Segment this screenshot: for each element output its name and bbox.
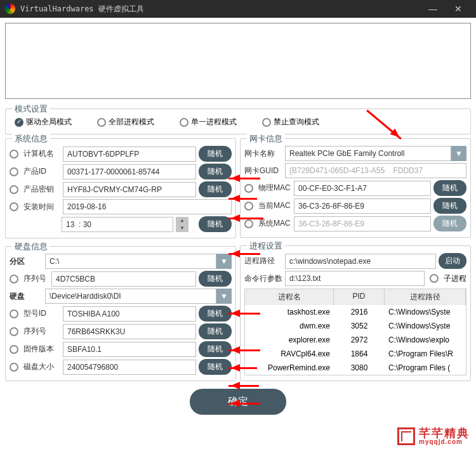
log-textarea[interactable]: [5, 23, 471, 99]
disk-info-group: 硬盘信息 分区▼ 序列号随机 硬盘▼ 型号ID随机 序列号随机 固件版本随机 磁…: [5, 246, 236, 381]
table-row[interactable]: RAVCpl64.exe1864C:\Program Files\R: [245, 347, 466, 361]
nic-guid-label: 网卡GUID: [244, 166, 282, 176]
radio-checked-icon: [15, 118, 23, 127]
radio-icon[interactable]: [10, 275, 18, 283]
disk-serial-random-button[interactable]: 随机: [199, 323, 232, 339]
radio-icon[interactable]: [10, 185, 18, 194]
sys-mac-input[interactable]: [294, 216, 431, 231]
install-time-label: 安装时间: [23, 202, 60, 212]
table-row[interactable]: dwm.exe3052C:\Windows\Syste: [245, 319, 466, 333]
radio-icon[interactable]: [244, 202, 253, 211]
sys-mac-label: 系统MAC: [258, 218, 291, 229]
dropdown-icon[interactable]: ▼: [216, 289, 232, 304]
nic-info-title: 网卡信息: [247, 133, 285, 145]
radio-icon[interactable]: [10, 167, 18, 176]
partition-serial-input[interactable]: [51, 271, 196, 287]
install-date-input[interactable]: [63, 199, 232, 214]
disk-device-label: 硬盘: [10, 291, 43, 302]
computer-name-label: 计算机名: [23, 148, 60, 159]
radio-icon[interactable]: [244, 219, 253, 228]
proc-path-input[interactable]: [285, 254, 436, 269]
radio-icon[interactable]: [10, 309, 18, 318]
time-spinner[interactable]: ▲▼: [176, 217, 188, 232]
mode-group-title: 模式设置: [12, 103, 50, 115]
radio-icon[interactable]: [10, 150, 18, 159]
sys-mac-random-button[interactable]: 随机: [433, 216, 466, 231]
radio-icon[interactable]: [10, 345, 18, 354]
product-id-label: 产品ID: [23, 166, 60, 177]
table-row[interactable]: PowerRemind.exe3080C:\Program Files (: [245, 361, 466, 375]
computer-name-random-button[interactable]: 随机: [199, 146, 232, 162]
nic-guid-input[interactable]: [285, 163, 466, 178]
phys-mac-label: 物理MAC: [258, 183, 291, 193]
process-group-title: 进程设置: [247, 240, 285, 252]
partition-select[interactable]: [45, 254, 216, 269]
watermark-logo-icon: [397, 427, 415, 445]
nic-name-select[interactable]: [285, 146, 451, 161]
table-row[interactable]: explorer.exe2972C:\Windows\explo: [245, 333, 466, 347]
radio-icon[interactable]: [10, 202, 18, 211]
dropdown-icon[interactable]: ▼: [451, 146, 466, 161]
close-button[interactable]: ✕: [446, 4, 471, 14]
proc-args-input[interactable]: [285, 271, 425, 286]
mode-driver-global[interactable]: 驱动全局模式: [15, 117, 72, 127]
radio-icon[interactable]: [430, 274, 439, 283]
partition-serial-label: 序列号: [23, 273, 49, 284]
watermark-url: myqqjd.com: [419, 439, 470, 445]
disk-size-input[interactable]: [63, 360, 196, 375]
curr-mac-input[interactable]: [294, 198, 431, 214]
disk-size-label: 磁盘大小: [23, 361, 60, 372]
model-id-label: 型号ID: [23, 308, 60, 319]
system-info-group: 系统信息 计算机名随机 产品ID随机 产品密钥随机 安装时间 ▲▼随机: [5, 138, 236, 238]
product-id-input[interactable]: [63, 164, 196, 179]
product-key-input[interactable]: [63, 182, 196, 197]
radio-icon[interactable]: [244, 184, 253, 193]
phys-mac-random-button[interactable]: 随机: [433, 180, 466, 196]
disk-serial-input[interactable]: [63, 324, 196, 339]
mode-deny-query[interactable]: 禁止查询模式: [262, 117, 319, 127]
mode-all-process[interactable]: 全部进程模式: [97, 117, 154, 127]
app-logo-icon: [5, 4, 15, 14]
radio-icon[interactable]: [10, 363, 18, 372]
table-row[interactable]: taskhost.exe2916C:\Windows\Syste: [245, 305, 466, 319]
child-process-label: 子进程: [444, 273, 466, 284]
minimize-button[interactable]: —: [420, 4, 446, 14]
firmware-input[interactable]: [63, 342, 196, 357]
watermark-brand: 芊芊精典: [419, 427, 470, 439]
phys-mac-input[interactable]: [294, 181, 431, 196]
mode-single-process[interactable]: 单一进程模式: [180, 117, 237, 127]
system-info-title: 系统信息: [12, 133, 50, 145]
launch-button[interactable]: 启动: [439, 253, 466, 269]
nic-name-label: 网卡名称: [244, 148, 282, 159]
model-id-input[interactable]: [63, 306, 196, 322]
watermark: 芊芊精典 myqqjd.com: [397, 427, 470, 445]
proc-args-label: 命令行参数: [244, 273, 282, 284]
process-table[interactable]: 进程名PID进程路径 taskhost.exe2916C:\Windows\Sy…: [244, 289, 466, 375]
proc-path-label: 进程路径: [244, 256, 282, 266]
process-group: 进程设置 进程路径启动 命令行参数子进程 进程名PID进程路径 taskhost…: [240, 245, 471, 381]
window-title: VirtualHardwares 硬件虚拟工具: [20, 4, 420, 15]
product-key-label: 产品密钥: [23, 184, 60, 195]
radio-icon: [97, 118, 106, 127]
radio-icon[interactable]: [10, 327, 18, 336]
radio-icon: [180, 118, 188, 127]
spinner-up-icon: ▲: [176, 217, 188, 224]
process-table-header: 进程名PID进程路径: [245, 289, 466, 305]
computer-name-input[interactable]: [63, 146, 196, 162]
curr-mac-random-button[interactable]: 随机: [433, 198, 466, 214]
radio-icon: [262, 118, 271, 127]
disk-info-title: 硬盘信息: [12, 241, 50, 252]
install-time-input[interactable]: [62, 217, 173, 232]
partition-serial-random-button[interactable]: 随机: [199, 271, 232, 287]
nic-info-group: 网卡信息 网卡名称▼ 网卡GUID 物理MAC随机 当前MAC随机 系统MAC随…: [240, 138, 471, 238]
firmware-label: 固件版本: [23, 344, 60, 355]
spinner-down-icon: ▼: [176, 224, 188, 232]
mode-group: 模式设置 驱动全局模式 全部进程模式 单一进程模式 禁止查询模式: [5, 108, 471, 134]
curr-mac-label: 当前MAC: [258, 200, 291, 211]
disk-serial-label: 序列号: [23, 326, 60, 337]
titlebar: VirtualHardwares 硬件虚拟工具 — ✕: [0, 0, 476, 18]
partition-label: 分区: [10, 256, 43, 267]
disk-select[interactable]: [45, 289, 216, 304]
